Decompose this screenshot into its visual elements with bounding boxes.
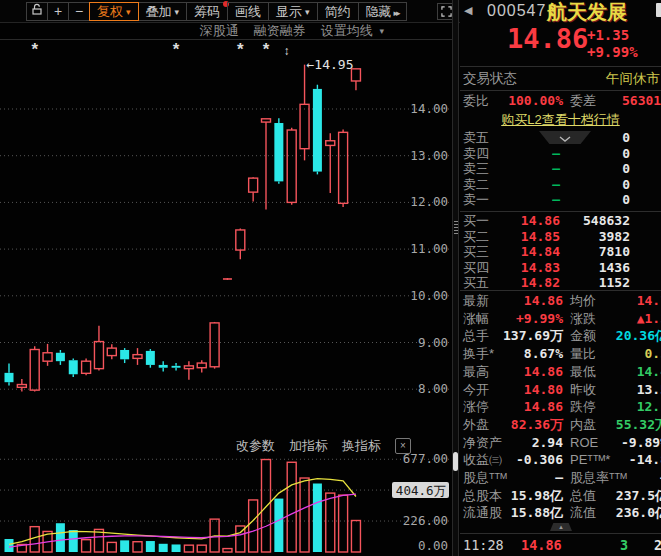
volume-bar[interactable]	[107, 542, 116, 552]
volume-pane[interactable]: 改参数 加指标 换指标 × 677.00226.000.00404.6万	[0, 435, 460, 556]
switch-indicator-button[interactable]: 换指标	[342, 437, 381, 455]
stat-value: 237.5亿	[616, 487, 661, 505]
sell-row[interactable]: 卖四—0	[460, 146, 661, 162]
volume-bar[interactable]	[326, 493, 335, 552]
volume-bar[interactable]	[56, 523, 65, 552]
candle[interactable]	[210, 322, 219, 369]
tick-row[interactable]: 11:28 14.86 3 2	[460, 535, 661, 555]
panel-splitter[interactable]	[452, 0, 459, 556]
volume-bar[interactable]	[30, 527, 39, 552]
stat-value: —	[555, 469, 563, 487]
candle[interactable]	[249, 177, 258, 201]
stat-value: -9.89%	[621, 434, 661, 452]
volume-bar[interactable]	[287, 462, 296, 552]
candle[interactable]	[197, 360, 206, 372]
candle[interactable]	[339, 130, 348, 208]
candle[interactable]	[56, 350, 65, 365]
stat-label: 流值	[570, 504, 596, 522]
candle[interactable]	[287, 128, 296, 205]
candle[interactable]	[30, 346, 39, 391]
candle[interactable]	[172, 363, 181, 370]
volume-bar[interactable]	[197, 545, 206, 552]
candle[interactable]	[159, 361, 168, 371]
candle[interactable]	[107, 344, 116, 359]
volume-bar[interactable]	[159, 544, 168, 552]
back-arrow-icon[interactable]: ◀	[464, 4, 472, 17]
candle[interactable]	[351, 69, 360, 90]
volume-bar[interactable]	[146, 541, 155, 552]
candle[interactable]	[43, 344, 52, 366]
splitter-grip-icon[interactable]	[454, 221, 458, 234]
volume-bar[interactable]	[5, 539, 14, 552]
candle[interactable]	[274, 118, 283, 183]
candle[interactable]	[223, 278, 232, 280]
stock-code: 000547	[487, 2, 546, 20]
add-indicator-button[interactable]: 加指标	[289, 437, 328, 455]
toolbar-button-1[interactable]: 叠加▾	[138, 2, 188, 21]
candle[interactable]	[313, 85, 322, 175]
volume-bar[interactable]	[184, 545, 193, 552]
candle[interactable]	[120, 348, 129, 363]
candle[interactable]	[82, 358, 91, 375]
buy-row[interactable]: 买四14.831436	[460, 260, 661, 276]
zoom-in-button[interactable]: +	[47, 2, 69, 21]
ma-settings-button[interactable]: 设置均线 ▾	[321, 22, 384, 40]
toolbar-button-4[interactable]: 显示▾	[268, 2, 318, 21]
stat-row: 涨停14.86跌停12.1	[460, 398, 661, 416]
buy-volume: 1152	[599, 275, 630, 291]
buy-row[interactable]: 买二14.853982	[460, 229, 661, 245]
candle[interactable]	[236, 229, 245, 260]
volume-bar[interactable]	[120, 540, 129, 552]
sell-row[interactable]: 卖三—0	[460, 161, 661, 177]
candle[interactable]	[133, 348, 142, 365]
link-shenguton[interactable]: 深股通	[200, 22, 239, 40]
buy-row[interactable]: 买三14.847810	[460, 244, 661, 260]
lock-button[interactable]	[26, 2, 48, 21]
zoom-out-button[interactable]: −	[68, 2, 90, 21]
candle[interactable]	[5, 364, 14, 386]
volume-bar[interactable]	[300, 478, 309, 552]
candle[interactable]	[69, 358, 78, 377]
candlestick-chart[interactable]: 14.0013.0012.0011.0010.009.008.00****↕←1…	[0, 40, 460, 435]
buy-row[interactable]: 买五14.821152	[460, 275, 661, 291]
buy-label: 买四	[463, 260, 489, 276]
buy-l2-link[interactable]: 购买L2查看十档行情	[460, 111, 661, 129]
candle[interactable]	[326, 133, 335, 193]
chevron-down-icon: ▾	[305, 7, 310, 17]
buy-row[interactable]: 买一14.86548632	[460, 213, 661, 229]
toolbar-button-6[interactable]: 隐藏▸▸	[358, 2, 407, 21]
candle[interactable]	[146, 349, 155, 368]
volume-bar[interactable]	[69, 530, 78, 552]
candle[interactable]	[262, 119, 271, 210]
stat-value: 55.32万	[616, 416, 661, 434]
volume-bar[interactable]	[133, 542, 142, 552]
toolbar-button-0[interactable]: 复权▾	[89, 2, 139, 21]
stat-row: 总股本15.98亿总值237.5亿	[460, 487, 661, 505]
volume-bar[interactable]	[172, 544, 181, 552]
candle[interactable]	[300, 65, 309, 161]
volume-bar[interactable]	[249, 500, 258, 552]
volume-bar[interactable]	[351, 520, 360, 552]
toolbar-button-3[interactable]: 画线	[227, 2, 269, 21]
link-margin-trading[interactable]: 融资融券	[254, 22, 306, 40]
scrollbar-thumb[interactable]	[453, 452, 458, 471]
sell-row[interactable]: 卖一—0	[460, 192, 661, 208]
volume-bar[interactable]	[262, 460, 271, 552]
volume-bar[interactable]	[223, 549, 232, 552]
volume-bar[interactable]	[82, 540, 91, 552]
toolbar-button-label: 显示	[276, 4, 302, 19]
change-params-button[interactable]: 改参数	[236, 437, 275, 455]
stat-label: 涨跌	[570, 310, 596, 328]
toolbar-button-2[interactable]: 筹码	[186, 2, 228, 21]
volume-bar[interactable]	[339, 495, 348, 552]
volume-axis-label: 226.00	[403, 513, 448, 528]
close-indicator-button[interactable]: ×	[395, 438, 411, 454]
candle[interactable]	[94, 326, 103, 371]
volume-bar[interactable]	[274, 499, 283, 552]
sell-row[interactable]: 卖二—0	[460, 177, 661, 193]
candlestick-pane[interactable]: 14.0013.0012.0011.0010.009.008.00****↕←1…	[0, 40, 460, 435]
toolbar-button-5[interactable]: 简约	[317, 2, 359, 21]
collapse-stats-handle[interactable]: ▴	[550, 523, 572, 531]
volume-bar[interactable]	[313, 484, 322, 553]
candle[interactable]	[184, 361, 193, 380]
